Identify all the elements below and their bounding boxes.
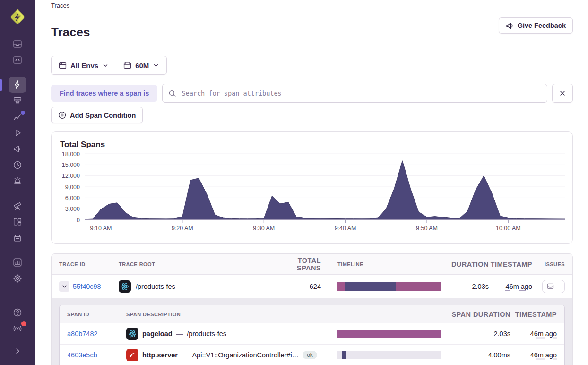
span-timestamp[interactable]: 46m ago — [530, 351, 557, 359]
svg-text:9:30 AM: 9:30 AM — [253, 225, 275, 232]
search-input[interactable] — [181, 89, 541, 97]
add-span-condition-button[interactable]: Add Span Condition — [51, 107, 143, 123]
span-row[interactable]: a80b7482 pageload — /products-fes 2.03s … — [60, 323, 564, 345]
span-row[interactable]: 4603e5cb http.server — Api::V1::Organiza… — [60, 345, 564, 365]
span-description: Api::V1::OrganizationController#i… — [192, 351, 299, 359]
sidebar-item-explore[interactable] — [9, 77, 26, 93]
sentry-logo[interactable] — [8, 8, 27, 26]
col-issues: ISSUES — [532, 261, 565, 267]
expanded-trace-region: SPAN ID SPAN DESCRIPTION SPAN DURATION T… — [52, 298, 572, 365]
sidebar-bottom — [0, 304, 35, 365]
breadcrumb[interactable]: Traces — [51, 2, 69, 9]
sidebar-item-feedback[interactable] — [9, 141, 26, 157]
sidebar-item-alerts[interactable] — [9, 173, 26, 189]
trace-id-link[interactable]: 55f40c98 — [73, 283, 101, 290]
sidebar-item-broadcasts[interactable] — [9, 321, 26, 337]
environment-filter[interactable]: All Envs — [52, 56, 116, 74]
add-span-condition-label: Add Span Condition — [70, 112, 136, 119]
sidebar-item-discover[interactable] — [9, 198, 26, 214]
total-spans-panel: Total Spans 03,0006,0009,00012,00015,000… — [51, 131, 573, 244]
spans-table: SPAN ID SPAN DESCRIPTION SPAN DURATION T… — [59, 305, 565, 365]
svg-text:9:10 AM: 9:10 AM — [90, 225, 112, 232]
sidebar-item-help[interactable] — [9, 304, 26, 321]
sidebar-item-replays[interactable] — [9, 125, 26, 141]
bar-chart-icon — [12, 257, 23, 268]
plus-circle-icon — [58, 111, 66, 119]
code-folder-icon — [12, 55, 23, 65]
gear-icon — [12, 273, 23, 284]
clear-search-button[interactable] — [552, 84, 573, 103]
col-total-spans: TOTAL SPANS — [276, 257, 321, 272]
svg-text:6,000: 6,000 — [65, 195, 80, 201]
span-op: http.server — [142, 351, 178, 359]
separator: — — [182, 351, 189, 359]
svg-text:9,000: 9,000 — [65, 184, 80, 191]
trace-timestamp[interactable]: 46m ago — [506, 283, 532, 290]
sidebar-item-stats[interactable] — [9, 254, 26, 270]
spans-table-header: SPAN ID SPAN DESCRIPTION SPAN DURATION T… — [60, 305, 564, 323]
window-icon — [59, 61, 67, 70]
megaphone-icon — [506, 22, 514, 30]
trace-issues-button[interactable]: – — [542, 280, 565, 293]
svg-text:18,000: 18,000 — [62, 151, 80, 157]
search-icon — [168, 89, 176, 97]
play-icon — [12, 128, 23, 138]
span-timestamp[interactable]: 46m ago — [530, 330, 557, 338]
separator: — — [176, 330, 183, 338]
date-range-filter-label: 60M — [135, 61, 149, 70]
clock-icon — [12, 160, 23, 170]
col-span-id: SPAN ID — [67, 312, 126, 317]
issues-count: – — [556, 283, 560, 290]
sidebar-item-settings[interactable] — [9, 270, 26, 287]
sidebar-item-insights[interactable] — [9, 109, 26, 125]
chevron-right-icon — [13, 347, 22, 356]
chart-title: Total Spans — [52, 132, 572, 149]
sidebar-item-components[interactable] — [9, 214, 26, 230]
span-status-badge: ok — [303, 351, 317, 359]
trace-timeline-bar — [337, 282, 441, 291]
active-nav-indicator — [0, 79, 2, 91]
inbox-icon — [12, 39, 23, 49]
projector-icon — [12, 96, 23, 106]
date-range-filter[interactable]: 60M — [116, 56, 166, 74]
collapse-trace-button[interactable] — [59, 281, 69, 292]
trace-root-name: /products-fes — [136, 283, 175, 290]
help-circle-icon — [12, 307, 23, 318]
span-op: pageload — [142, 330, 173, 338]
trace-row[interactable]: 55f40c98 /products-fes 624 2.03s 46m ago… — [52, 275, 572, 298]
platform-icon — [126, 349, 138, 361]
inbox-icon — [547, 283, 554, 290]
svg-text:9:20 AM: 9:20 AM — [172, 225, 193, 232]
span-id-link[interactable]: 4603e5cb — [67, 351, 97, 359]
total-spans-value: 624 — [276, 283, 321, 290]
col-timeline: TIMELINE — [321, 261, 449, 267]
sidebar-item-issues[interactable] — [9, 36, 26, 52]
svg-text:10:00 AM: 10:00 AM — [496, 225, 521, 232]
drawer-icon — [12, 233, 23, 243]
traces-table-header: TRACE ID TRACE ROOT TOTAL SPANS TIMELINE… — [52, 254, 572, 275]
broadcast-notification-dot — [21, 321, 26, 326]
search-row: Find traces where a span is — [51, 84, 573, 103]
sidebar-nav — [0, 36, 35, 287]
sidebar-item-history[interactable] — [9, 157, 26, 173]
sidebar — [0, 0, 35, 365]
main-content: Traces Traces Give Feedback All Envs 60M — [35, 0, 588, 365]
span-id-link[interactable]: a80b7482 — [67, 330, 98, 338]
svg-text:12,000: 12,000 — [62, 173, 80, 179]
close-icon — [559, 89, 566, 97]
sidebar-item-dashboards[interactable] — [9, 93, 26, 109]
sidebar-expand-button[interactable] — [9, 343, 26, 359]
sidebar-item-archive[interactable] — [9, 230, 26, 246]
give-feedback-button[interactable]: Give Feedback — [499, 17, 573, 34]
col-trace-id: TRACE ID — [59, 261, 119, 267]
sentry-logo-icon — [8, 8, 27, 26]
span-description: /products-fes — [187, 330, 226, 338]
svg-text:9:40 AM: 9:40 AM — [335, 225, 356, 232]
calendar-icon — [123, 61, 131, 70]
svg-text:9:50 AM: 9:50 AM — [416, 225, 438, 232]
give-feedback-label: Give Feedback — [518, 22, 566, 29]
chevron-down-icon — [61, 283, 68, 289]
span-duration: 2.03s — [441, 330, 510, 338]
col-timestamp: TIMESTAMP — [489, 261, 532, 268]
sidebar-item-projects[interactable] — [9, 52, 26, 68]
